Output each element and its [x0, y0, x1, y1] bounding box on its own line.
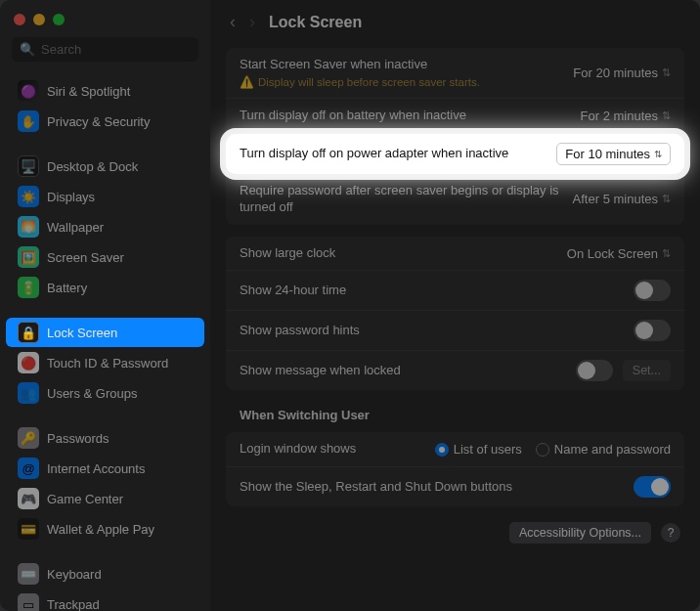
accessibility-options-button[interactable]: Accessibility Options... [509, 522, 651, 544]
panel-switching: Login window shows List of users Name an… [226, 432, 684, 506]
sidebar-item-label: Lock Screen [47, 326, 117, 340]
row-label: Login window shows [240, 441, 425, 458]
row-large-clock: Show large clock On Lock Screen⇅ [226, 237, 684, 272]
minimize-window[interactable] [33, 14, 45, 25]
toggle-message[interactable] [576, 360, 613, 381]
hand-icon: ✋ [18, 110, 39, 132]
screensaver-icon: 🖼️ [18, 246, 39, 268]
login-window-radio-group: List of users Name and password [435, 442, 671, 457]
sidebar-item-keyboard[interactable]: ⌨️Keyboard [6, 559, 204, 589]
password-popup[interactable]: After 5 minutes⇅ [573, 192, 671, 206]
battery-icon: 🔋 [18, 277, 39, 298]
zoom-window[interactable] [53, 14, 65, 25]
chevron-updown-icon: ⇅ [662, 67, 671, 78]
page-title: Lock Screen [269, 14, 362, 31]
row-warning: ⚠️Display will sleep before screen saver… [240, 75, 563, 89]
sidebar-item-lockscreen[interactable]: 🔒Lock Screen [6, 318, 204, 347]
row-label: Show the Sleep, Restart and Shut Down bu… [240, 479, 624, 496]
row-label: Start Screen Saver when inactive [240, 57, 563, 73]
sidebar-item-label: Screen Saver [47, 250, 124, 265]
screensaver-popup[interactable]: For 20 minutes⇅ [573, 65, 671, 80]
row-label: Show 24-hour time [240, 283, 624, 299]
sidebar-item-touchid[interactable]: 🔴Touch ID & Password [6, 348, 204, 377]
sidebar-item-label: Siri & Spotlight [47, 84, 130, 99]
row-screensaver: Start Screen Saver when inactive ⚠️Displ… [226, 48, 684, 99]
row-label: Require password after screen saver begi… [240, 183, 563, 216]
sidebar-item-label: Users & Groups [47, 386, 137, 401]
sidebar-item-screensaver[interactable]: 🖼️Screen Saver [6, 242, 204, 272]
sidebar-item-wallet[interactable]: 💳Wallet & Apple Pay [6, 514, 204, 544]
fingerprint-icon: 🔴 [18, 352, 39, 373]
sidebar-item-label: Trackpad [47, 597, 100, 612]
desktop-icon: 🖥️ [18, 155, 39, 177]
row-label: Show large clock [240, 245, 557, 262]
at-icon: @ [18, 458, 39, 479]
footer: Accessibility Options... ? [210, 512, 700, 555]
toggle-sleep-buttons[interactable] [634, 476, 671, 498]
wallpaper-icon: 🌅 [18, 216, 39, 238]
chevron-updown-icon: ⇅ [654, 149, 662, 159]
sidebar-item-label: Displays [47, 190, 95, 204]
panel-clock: Show large clock On Lock Screen⇅ Show 24… [226, 237, 684, 391]
sidebar: 🔍 🟣Siri & Spotlight ✋Privacy & Security … [0, 0, 210, 611]
sidebar-item-battery[interactable]: 🔋Battery [6, 273, 204, 302]
sidebar-item-label: Wallet & Apple Pay [47, 522, 154, 537]
lock-icon: 🔒 [18, 322, 39, 343]
sidebar-item-label: Passwords [47, 431, 109, 446]
main-pane: ‹ › Lock Screen Start Screen Saver when … [210, 0, 700, 611]
row-message-locked: Show message when locked Set... [226, 351, 684, 390]
sidebar-item-displays[interactable]: ☀️Displays [6, 182, 204, 211]
row-label: Show password hints [240, 323, 624, 339]
sidebar-item-internet[interactable]: @Internet Accounts [6, 454, 204, 483]
radio-list-users[interactable]: List of users [435, 442, 522, 457]
radio-icon [536, 443, 549, 457]
wallet-icon: 💳 [18, 518, 39, 540]
window-controls [0, 10, 210, 37]
sidebar-item-label: Game Center [47, 492, 123, 506]
sidebar-item-label: Keyboard [47, 567, 102, 582]
row-label: Turn display off on battery when inactiv… [240, 108, 571, 124]
set-message-button[interactable]: Set... [623, 360, 671, 381]
gamecenter-icon: 🎮 [18, 488, 39, 509]
search-icon: 🔍 [20, 42, 35, 57]
row-label: Turn display off on power adapter when i… [240, 146, 547, 162]
close-window[interactable] [14, 14, 25, 25]
sidebar-item-privacy[interactable]: ✋Privacy & Security [6, 107, 204, 136]
row-24hour: Show 24-hour time [226, 271, 684, 311]
keyboard-icon: ⌨️ [18, 563, 39, 585]
sidebar-item-users[interactable]: 👥Users & Groups [6, 378, 204, 408]
power-off-popup[interactable]: For 10 minutes⇅ [556, 143, 671, 165]
sidebar-item-wallpaper[interactable]: 🌅Wallpaper [6, 212, 204, 241]
sidebar-item-label: Touch ID & Password [47, 356, 168, 371]
warning-icon: ⚠️ [240, 75, 254, 89]
row-password-hints: Show password hints [226, 311, 684, 351]
row-login-window: Login window shows List of users Name an… [226, 432, 684, 467]
sidebar-item-passwords[interactable]: 🔑Passwords [6, 423, 204, 453]
forward-button[interactable]: › [249, 12, 255, 32]
sidebar-item-siri[interactable]: 🟣Siri & Spotlight [6, 76, 204, 106]
radio-name-password[interactable]: Name and password [536, 442, 671, 457]
users-icon: 👥 [18, 382, 39, 404]
sidebar-item-label: Internet Accounts [47, 461, 145, 476]
key-icon: 🔑 [18, 427, 39, 449]
sidebar-item-label: Desktop & Dock [47, 159, 138, 174]
row-battery-off: Turn display off on battery when inactiv… [226, 99, 684, 134]
row-sleep-buttons: Show the Sleep, Restart and Shut Down bu… [226, 467, 684, 506]
sidebar-item-label: Privacy & Security [47, 114, 150, 129]
large-clock-popup[interactable]: On Lock Screen⇅ [567, 246, 671, 261]
radio-icon [435, 443, 449, 457]
sidebar-item-desktop[interactable]: 🖥️Desktop & Dock [6, 152, 204, 181]
row-power-off: Turn display off on power adapter when i… [226, 134, 684, 174]
help-button[interactable]: ? [661, 523, 680, 543]
chevron-updown-icon: ⇅ [662, 110, 671, 121]
back-button[interactable]: ‹ [230, 12, 236, 32]
row-require-password: Require password after screen saver begi… [226, 174, 684, 225]
search-field[interactable]: 🔍 [12, 37, 198, 62]
toggle-24hour[interactable] [634, 280, 671, 301]
battery-off-popup[interactable]: For 2 minutes⇅ [581, 109, 671, 123]
sidebar-item-trackpad[interactable]: ▭Trackpad [6, 589, 204, 611]
sidebar-item-label: Battery [47, 281, 87, 295]
sidebar-item-gamecenter[interactable]: 🎮Game Center [6, 484, 204, 513]
search-input[interactable] [41, 42, 205, 57]
toggle-password-hints[interactable] [634, 320, 671, 341]
